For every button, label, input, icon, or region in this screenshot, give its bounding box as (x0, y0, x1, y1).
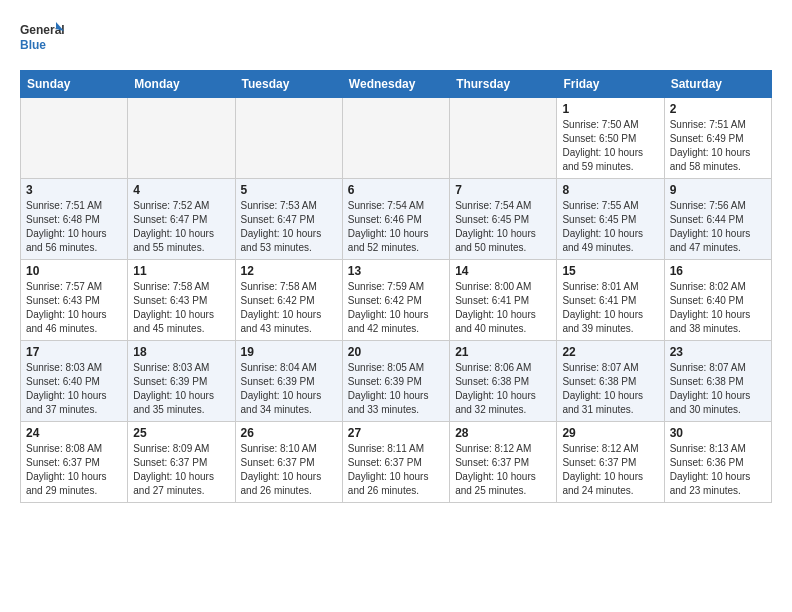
day-number: 8 (562, 183, 658, 197)
calendar-cell: 11Sunrise: 7:58 AM Sunset: 6:43 PM Dayli… (128, 260, 235, 341)
day-info: Sunrise: 7:51 AM Sunset: 6:48 PM Dayligh… (26, 199, 122, 255)
day-number: 22 (562, 345, 658, 359)
day-number: 5 (241, 183, 337, 197)
calendar-cell: 7Sunrise: 7:54 AM Sunset: 6:45 PM Daylig… (450, 179, 557, 260)
day-number: 23 (670, 345, 766, 359)
calendar-week-row: 1Sunrise: 7:50 AM Sunset: 6:50 PM Daylig… (21, 98, 772, 179)
day-info: Sunrise: 7:58 AM Sunset: 6:42 PM Dayligh… (241, 280, 337, 336)
calendar-cell: 10Sunrise: 7:57 AM Sunset: 6:43 PM Dayli… (21, 260, 128, 341)
calendar-cell (21, 98, 128, 179)
day-info: Sunrise: 7:58 AM Sunset: 6:43 PM Dayligh… (133, 280, 229, 336)
weekday-header-saturday: Saturday (664, 71, 771, 98)
day-number: 26 (241, 426, 337, 440)
day-info: Sunrise: 8:05 AM Sunset: 6:39 PM Dayligh… (348, 361, 444, 417)
calendar-cell: 23Sunrise: 8:07 AM Sunset: 6:38 PM Dayli… (664, 341, 771, 422)
day-info: Sunrise: 7:54 AM Sunset: 6:46 PM Dayligh… (348, 199, 444, 255)
calendar-cell: 27Sunrise: 8:11 AM Sunset: 6:37 PM Dayli… (342, 422, 449, 503)
calendar-cell: 26Sunrise: 8:10 AM Sunset: 6:37 PM Dayli… (235, 422, 342, 503)
day-info: Sunrise: 8:04 AM Sunset: 6:39 PM Dayligh… (241, 361, 337, 417)
day-info: Sunrise: 7:53 AM Sunset: 6:47 PM Dayligh… (241, 199, 337, 255)
calendar-cell: 14Sunrise: 8:00 AM Sunset: 6:41 PM Dayli… (450, 260, 557, 341)
weekday-header-sunday: Sunday (21, 71, 128, 98)
day-info: Sunrise: 8:00 AM Sunset: 6:41 PM Dayligh… (455, 280, 551, 336)
day-number: 3 (26, 183, 122, 197)
day-info: Sunrise: 7:51 AM Sunset: 6:49 PM Dayligh… (670, 118, 766, 174)
day-info: Sunrise: 8:01 AM Sunset: 6:41 PM Dayligh… (562, 280, 658, 336)
logo: General Blue (20, 16, 64, 60)
page: General Blue SundayMondayTuesdayWednesda… (0, 0, 792, 519)
day-info: Sunrise: 8:10 AM Sunset: 6:37 PM Dayligh… (241, 442, 337, 498)
day-number: 12 (241, 264, 337, 278)
calendar-cell (128, 98, 235, 179)
weekday-header-monday: Monday (128, 71, 235, 98)
day-info: Sunrise: 7:54 AM Sunset: 6:45 PM Dayligh… (455, 199, 551, 255)
day-number: 24 (26, 426, 122, 440)
calendar-cell: 21Sunrise: 8:06 AM Sunset: 6:38 PM Dayli… (450, 341, 557, 422)
day-info: Sunrise: 8:02 AM Sunset: 6:40 PM Dayligh… (670, 280, 766, 336)
calendar-cell: 4Sunrise: 7:52 AM Sunset: 6:47 PM Daylig… (128, 179, 235, 260)
day-info: Sunrise: 7:50 AM Sunset: 6:50 PM Dayligh… (562, 118, 658, 174)
day-number: 21 (455, 345, 551, 359)
day-number: 11 (133, 264, 229, 278)
calendar-cell: 13Sunrise: 7:59 AM Sunset: 6:42 PM Dayli… (342, 260, 449, 341)
day-number: 18 (133, 345, 229, 359)
calendar-header-row: SundayMondayTuesdayWednesdayThursdayFrid… (21, 71, 772, 98)
calendar-week-row: 3Sunrise: 7:51 AM Sunset: 6:48 PM Daylig… (21, 179, 772, 260)
day-number: 17 (26, 345, 122, 359)
calendar-week-row: 17Sunrise: 8:03 AM Sunset: 6:40 PM Dayli… (21, 341, 772, 422)
calendar-cell: 25Sunrise: 8:09 AM Sunset: 6:37 PM Dayli… (128, 422, 235, 503)
day-info: Sunrise: 8:12 AM Sunset: 6:37 PM Dayligh… (562, 442, 658, 498)
day-number: 30 (670, 426, 766, 440)
day-number: 7 (455, 183, 551, 197)
day-number: 28 (455, 426, 551, 440)
day-info: Sunrise: 8:13 AM Sunset: 6:36 PM Dayligh… (670, 442, 766, 498)
calendar-week-row: 24Sunrise: 8:08 AM Sunset: 6:37 PM Dayli… (21, 422, 772, 503)
day-info: Sunrise: 8:12 AM Sunset: 6:37 PM Dayligh… (455, 442, 551, 498)
calendar-cell: 15Sunrise: 8:01 AM Sunset: 6:41 PM Dayli… (557, 260, 664, 341)
day-info: Sunrise: 7:56 AM Sunset: 6:44 PM Dayligh… (670, 199, 766, 255)
calendar-cell: 20Sunrise: 8:05 AM Sunset: 6:39 PM Dayli… (342, 341, 449, 422)
calendar-cell: 8Sunrise: 7:55 AM Sunset: 6:45 PM Daylig… (557, 179, 664, 260)
calendar-cell: 12Sunrise: 7:58 AM Sunset: 6:42 PM Dayli… (235, 260, 342, 341)
day-number: 1 (562, 102, 658, 116)
day-number: 4 (133, 183, 229, 197)
calendar-cell: 9Sunrise: 7:56 AM Sunset: 6:44 PM Daylig… (664, 179, 771, 260)
day-number: 19 (241, 345, 337, 359)
day-info: Sunrise: 7:57 AM Sunset: 6:43 PM Dayligh… (26, 280, 122, 336)
day-number: 2 (670, 102, 766, 116)
day-number: 6 (348, 183, 444, 197)
calendar-cell: 24Sunrise: 8:08 AM Sunset: 6:37 PM Dayli… (21, 422, 128, 503)
header: General Blue (20, 16, 772, 60)
day-info: Sunrise: 7:55 AM Sunset: 6:45 PM Dayligh… (562, 199, 658, 255)
day-info: Sunrise: 8:11 AM Sunset: 6:37 PM Dayligh… (348, 442, 444, 498)
weekday-header-tuesday: Tuesday (235, 71, 342, 98)
calendar-cell: 19Sunrise: 8:04 AM Sunset: 6:39 PM Dayli… (235, 341, 342, 422)
calendar-cell: 2Sunrise: 7:51 AM Sunset: 6:49 PM Daylig… (664, 98, 771, 179)
day-info: Sunrise: 7:52 AM Sunset: 6:47 PM Dayligh… (133, 199, 229, 255)
day-info: Sunrise: 8:08 AM Sunset: 6:37 PM Dayligh… (26, 442, 122, 498)
weekday-header-wednesday: Wednesday (342, 71, 449, 98)
calendar-cell: 3Sunrise: 7:51 AM Sunset: 6:48 PM Daylig… (21, 179, 128, 260)
weekday-header-friday: Friday (557, 71, 664, 98)
day-info: Sunrise: 8:03 AM Sunset: 6:39 PM Dayligh… (133, 361, 229, 417)
calendar: SundayMondayTuesdayWednesdayThursdayFrid… (20, 70, 772, 503)
day-info: Sunrise: 7:59 AM Sunset: 6:42 PM Dayligh… (348, 280, 444, 336)
calendar-cell: 1Sunrise: 7:50 AM Sunset: 6:50 PM Daylig… (557, 98, 664, 179)
calendar-cell: 5Sunrise: 7:53 AM Sunset: 6:47 PM Daylig… (235, 179, 342, 260)
day-info: Sunrise: 8:03 AM Sunset: 6:40 PM Dayligh… (26, 361, 122, 417)
day-number: 14 (455, 264, 551, 278)
calendar-cell: 16Sunrise: 8:02 AM Sunset: 6:40 PM Dayli… (664, 260, 771, 341)
logo-svg: General Blue (20, 16, 64, 60)
calendar-cell (235, 98, 342, 179)
calendar-cell: 28Sunrise: 8:12 AM Sunset: 6:37 PM Dayli… (450, 422, 557, 503)
calendar-cell: 17Sunrise: 8:03 AM Sunset: 6:40 PM Dayli… (21, 341, 128, 422)
weekday-header-thursday: Thursday (450, 71, 557, 98)
calendar-cell (450, 98, 557, 179)
day-info: Sunrise: 8:07 AM Sunset: 6:38 PM Dayligh… (670, 361, 766, 417)
day-number: 27 (348, 426, 444, 440)
day-number: 16 (670, 264, 766, 278)
day-info: Sunrise: 8:07 AM Sunset: 6:38 PM Dayligh… (562, 361, 658, 417)
day-info: Sunrise: 8:06 AM Sunset: 6:38 PM Dayligh… (455, 361, 551, 417)
calendar-week-row: 10Sunrise: 7:57 AM Sunset: 6:43 PM Dayli… (21, 260, 772, 341)
day-number: 13 (348, 264, 444, 278)
